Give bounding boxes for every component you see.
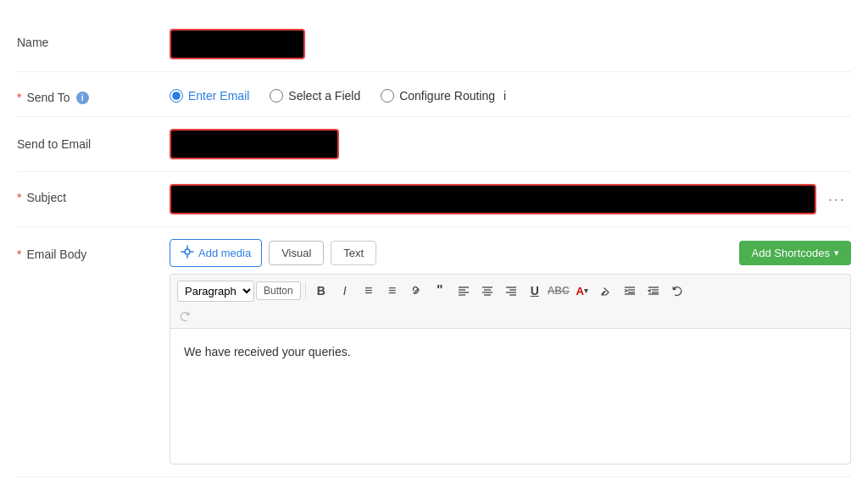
paragraph-select[interactable]: Paragraph: [177, 281, 254, 302]
email-body-row: * Email Body Add media Visual: [17, 227, 851, 477]
toolbar-strikethrough-button[interactable]: ABC: [548, 280, 570, 302]
radio-enter-email[interactable]: Enter Email: [170, 89, 249, 103]
send-to-row: * Send To i Enter Email Select a Field C…: [17, 72, 851, 117]
send-to-options: Enter Email Select a Field Configure Rou…: [170, 84, 851, 103]
toolbar-outdent-button[interactable]: [643, 280, 665, 302]
radio-group: Enter Email Select a Field Configure Rou…: [170, 84, 851, 103]
toolbar-divider-1: [305, 282, 306, 299]
subject-field-wrapper: ···: [170, 184, 851, 214]
configure-routing-info-icon[interactable]: i: [504, 89, 506, 103]
radio-configure-routing-label: Configure Routing: [399, 89, 495, 103]
radio-configure-routing[interactable]: Configure Routing i: [381, 89, 506, 103]
toolbar-italic-button[interactable]: I: [334, 280, 356, 302]
subject-label-text: Subject: [26, 191, 66, 204]
send-to-email-label: Send to Email: [17, 137, 170, 151]
tab-text-label: Text: [343, 247, 364, 259]
name-label: Name: [17, 29, 170, 49]
add-shortcodes-button[interactable]: Add Shortcodes ▾: [739, 241, 851, 265]
editor-container: Add media Visual Text Add Shortcodes ▾ P…: [170, 239, 851, 464]
send-to-label-text: Send To: [26, 91, 70, 104]
send-to-email-label-text: Send to Email: [17, 137, 91, 151]
editor-toolbar: Paragraph Button B I ≡ ≡ ": [170, 274, 851, 307]
subject-label: * Subject: [17, 184, 170, 204]
required-marker: *: [17, 91, 21, 104]
toolbar-underline-button[interactable]: U: [524, 280, 546, 302]
email-body-label-text: Email Body: [26, 248, 86, 261]
add-shortcodes-chevron-icon: ▾: [834, 248, 839, 259]
toolbar-link-button[interactable]: [405, 280, 427, 302]
toolbar-align-left-button[interactable]: [453, 280, 475, 302]
form-container: Name * Send To i Enter Email Select a Fi…: [0, 0, 868, 494]
send-to-email-field: [170, 129, 851, 159]
toolbar-text-color-button[interactable]: A ▾: [571, 280, 593, 302]
editor-content[interactable]: We have received your queries.: [170, 329, 851, 464]
name-input[interactable]: [170, 29, 305, 59]
svg-point-0: [185, 249, 190, 254]
radio-enter-email-label: Enter Email: [188, 89, 249, 103]
editor-sub-toolbar: [170, 307, 851, 329]
name-row: Name: [17, 17, 851, 72]
add-media-icon: [181, 245, 194, 261]
name-label-text: Name: [17, 36, 48, 49]
radio-select-field[interactable]: Select a Field: [270, 89, 360, 103]
send-to-info-icon[interactable]: i: [76, 92, 89, 104]
tab-visual-label: Visual: [281, 247, 311, 259]
send-to-email-input[interactable]: [170, 129, 339, 159]
name-field: [170, 29, 851, 59]
subject-more-options-button[interactable]: ···: [823, 187, 851, 212]
tab-visual-button[interactable]: Visual: [269, 241, 324, 265]
toolbar-clear-format-button[interactable]: [595, 280, 617, 302]
editor-topbar: Add media Visual Text Add Shortcodes ▾: [170, 239, 851, 267]
add-media-button[interactable]: Add media: [170, 239, 262, 267]
toolbar-ordered-list-button[interactable]: ≡: [381, 280, 403, 302]
send-to-email-row: Send to Email: [17, 117, 851, 172]
toolbar-blockquote-button[interactable]: ": [429, 280, 451, 302]
toolbar-unordered-list-button[interactable]: ≡: [358, 280, 380, 302]
toolbar-button-btn[interactable]: Button: [256, 281, 301, 300]
redo-button[interactable]: [179, 310, 191, 325]
radio-select-field-label: Select a Field: [288, 89, 360, 103]
toolbar-align-center-button[interactable]: [476, 280, 498, 302]
add-shortcodes-label: Add Shortcodes: [751, 247, 830, 259]
add-media-label: Add media: [198, 247, 251, 259]
subject-row: * Subject ···: [17, 172, 851, 227]
subject-required-marker: *: [17, 191, 21, 204]
editor-body-text: We have received your queries.: [184, 342, 837, 361]
radio-select-field-input[interactable]: [270, 89, 283, 103]
toolbar-align-right-button[interactable]: [500, 280, 522, 302]
toolbar-button-label: Button: [264, 285, 293, 297]
subject-field: ···: [170, 184, 851, 214]
toolbar-undo-button[interactable]: [666, 280, 688, 302]
send-to-label: * Send To i: [17, 84, 170, 104]
radio-configure-routing-input[interactable]: [381, 89, 394, 103]
toolbar-bold-button[interactable]: B: [310, 280, 332, 302]
email-body-required-marker: *: [17, 248, 21, 261]
email-body-label: * Email Body: [17, 239, 170, 261]
radio-enter-email-input[interactable]: [170, 89, 183, 103]
tab-text-button[interactable]: Text: [331, 241, 376, 265]
subject-input[interactable]: [170, 184, 816, 214]
toolbar-indent-button[interactable]: [619, 280, 641, 302]
